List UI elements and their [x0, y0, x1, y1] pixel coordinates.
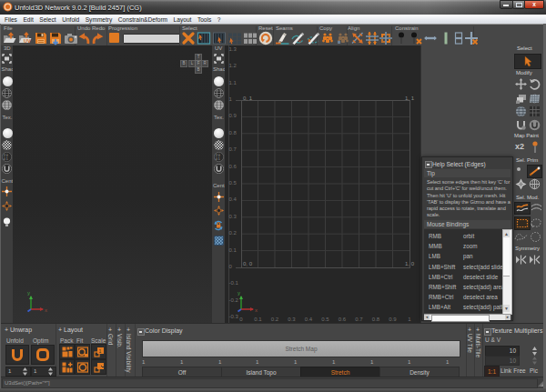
svg-text:x: x — [45, 307, 47, 313]
svg-text:y: y — [27, 290, 30, 296]
svg-text:x: x — [255, 307, 258, 313]
svg-text:y: y — [238, 290, 240, 296]
svg-text:0 1: 0 1 — [215, 157, 219, 161]
svg-text:0 1: 0 1 — [4, 157, 8, 161]
svg-text:UV: UV — [24, 38, 31, 44]
svg-text:1: 1 — [98, 347, 101, 353]
